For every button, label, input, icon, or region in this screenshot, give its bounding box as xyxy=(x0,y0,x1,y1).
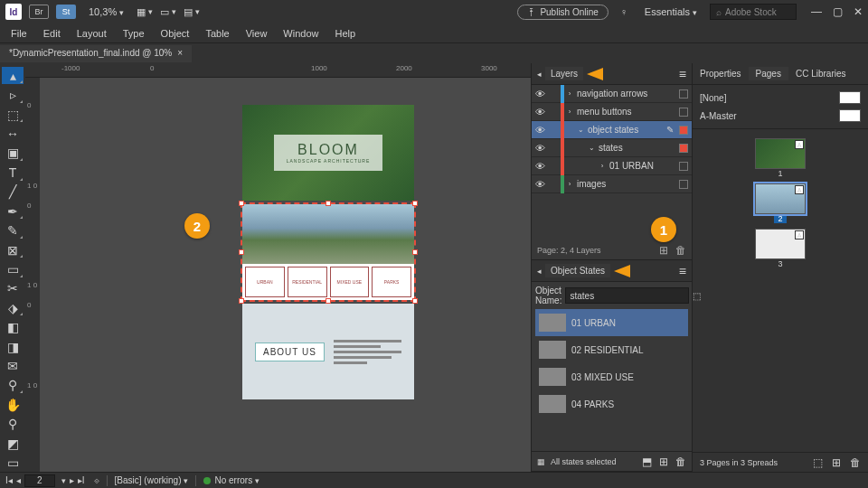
collapse-icon[interactable]: ◂ xyxy=(537,70,542,79)
stock-search-input[interactable]: ⌕ Adobe Stock xyxy=(710,4,797,20)
menu-window[interactable]: Window xyxy=(276,26,326,41)
last-page-button[interactable]: ▸I xyxy=(78,475,85,485)
preflight-status[interactable]: No errors xyxy=(214,475,259,485)
preview-spread-icon[interactable]: ▦ xyxy=(537,457,545,466)
fill-stroke-toggle[interactable]: ◩ xyxy=(2,435,24,452)
delete-state-icon[interactable]: 🗑 xyxy=(675,455,686,468)
scissors-tool[interactable]: ✂ xyxy=(2,280,24,297)
pages-tab[interactable]: Pages xyxy=(749,67,788,80)
menu-view[interactable]: View xyxy=(239,26,275,41)
note-tool[interactable]: ✉ xyxy=(2,357,24,374)
new-page-icon[interactable]: ⊞ xyxy=(832,456,841,469)
cc-libraries-tab[interactable]: CC Libraries xyxy=(788,67,854,80)
content-collector-tool[interactable]: ▣ xyxy=(2,145,24,162)
menu-object[interactable]: Object xyxy=(154,26,197,41)
card-urban[interactable]: URBAN xyxy=(245,267,285,297)
panel-menu-icon[interactable]: ≡ xyxy=(679,264,686,278)
gap-tool[interactable]: ↔ xyxy=(2,125,24,142)
visibility-toggle-icon[interactable]: 👁 xyxy=(532,179,548,190)
hand-tool[interactable]: ✋ xyxy=(2,396,24,413)
visibility-toggle-icon[interactable]: 👁 xyxy=(532,161,548,172)
close-tab-icon[interactable]: × xyxy=(177,48,183,58)
direct-selection-tool[interactable]: ▹ xyxy=(2,86,24,103)
eyedropper-tool[interactable]: ⚲ xyxy=(2,377,24,394)
master-none[interactable]: [None] xyxy=(700,89,861,107)
page-2-selected[interactable]: URBAN RESIDENTIAL MIXED USE PARKS xyxy=(242,204,414,300)
selection-square-icon[interactable] xyxy=(679,144,688,153)
menu-file[interactable]: File xyxy=(4,26,34,41)
page-thumbnail[interactable]: A xyxy=(755,183,806,214)
prev-page-button[interactable]: ◂ xyxy=(16,475,21,485)
help-hint-icon[interactable]: ♀ xyxy=(616,4,632,20)
next-page-button[interactable]: ▸ xyxy=(70,475,74,485)
line-tool[interactable]: ╱ xyxy=(2,183,24,201)
object-state-row[interactable]: 04 PARKS xyxy=(535,390,688,418)
gradient-feather-tool[interactable]: ◨ xyxy=(2,338,24,355)
first-page-button[interactable]: I◂ xyxy=(5,475,13,485)
screen-mode-icon[interactable]: ▭ xyxy=(160,4,176,20)
pencil-tool[interactable]: ✎ xyxy=(2,221,24,239)
object-state-row[interactable]: 02 RESIDENTIAL xyxy=(535,336,688,363)
page-thumbnail[interactable]: A xyxy=(755,229,806,259)
publish-online-button[interactable]: ⭱ Publish Online xyxy=(517,5,608,20)
delete-layer-icon[interactable]: 🗑 xyxy=(675,244,686,257)
card-parks[interactable]: PARKS xyxy=(372,267,411,297)
page-number-input[interactable] xyxy=(24,474,55,487)
page-3[interactable]: ABOUT US xyxy=(242,304,414,399)
arrange-icon[interactable]: ▤ xyxy=(184,4,200,20)
close-button[interactable]: ✕ xyxy=(854,5,863,18)
view-options-icon[interactable]: ▦ xyxy=(137,4,153,20)
workspace-selector[interactable]: Essentials xyxy=(639,6,703,17)
properties-tab[interactable]: Properties xyxy=(693,67,749,80)
layout-preset[interactable]: [Basic] (working) xyxy=(115,475,189,485)
rectangle-frame-tool[interactable]: ⊠ xyxy=(2,241,24,258)
document-tab[interactable]: *DynamicPresentation_final.indd @ 10% × xyxy=(0,45,192,62)
type-tool[interactable]: T xyxy=(2,164,24,181)
pasteboard[interactable]: BLOOMLANDSCAPE ARCHITECTURE URBAN RESIDE… xyxy=(40,78,531,472)
selection-square-icon[interactable] xyxy=(679,89,688,99)
card-mixed[interactable]: MIXED USE xyxy=(330,267,370,297)
menu-type[interactable]: Type xyxy=(116,26,152,41)
layer-row[interactable]: 👁›navigation arrows xyxy=(532,85,692,103)
minimize-button[interactable]: — xyxy=(811,5,822,18)
rectangle-tool[interactable]: ▭ xyxy=(2,260,24,277)
canvas[interactable]: -1000 0 1000 2000 3000 0 1 0 0 1 0 0 1 0… xyxy=(25,63,531,472)
screen-mode-toggle[interactable]: ▭ xyxy=(2,454,24,471)
pen-tool[interactable]: ✒ xyxy=(2,202,24,220)
new-state-icon[interactable]: ⊞ xyxy=(659,455,668,468)
panel-menu-icon[interactable]: ≡ xyxy=(679,67,686,81)
new-layer-icon[interactable]: ⊞ xyxy=(659,244,668,257)
visibility-toggle-icon[interactable]: 👁 xyxy=(532,143,548,154)
menu-help[interactable]: Help xyxy=(327,26,363,41)
layers-tab[interactable]: Layers xyxy=(545,67,583,80)
object-state-row[interactable]: 01 URBAN xyxy=(535,309,688,336)
page-thumbnail[interactable]: A xyxy=(755,138,806,169)
selection-square-icon[interactable] xyxy=(679,108,688,117)
selection-square-icon[interactable] xyxy=(679,126,688,135)
visibility-toggle-icon[interactable]: 👁 xyxy=(532,125,548,136)
maximize-button[interactable]: ▢ xyxy=(833,5,843,18)
layer-row[interactable]: 👁›01 URBAN xyxy=(532,157,692,175)
visibility-toggle-icon[interactable]: 👁 xyxy=(532,89,548,99)
zoom-tool[interactable]: ⚲ xyxy=(2,416,24,433)
page-1[interactable]: BLOOMLANDSCAPE ARCHITECTURE xyxy=(242,105,414,201)
page-dropdown[interactable] xyxy=(59,475,66,485)
selection-tool[interactable]: ▴ xyxy=(2,67,24,84)
object-states-tab[interactable]: Object States xyxy=(545,264,610,277)
object-name-input[interactable] xyxy=(565,287,689,304)
bridge-icon[interactable]: Br xyxy=(29,5,49,19)
menu-edit[interactable]: Edit xyxy=(36,26,68,41)
free-transform-tool[interactable]: ⬗ xyxy=(2,299,24,316)
open-nav-icon[interactable]: ⟐ xyxy=(94,475,99,485)
menu-table[interactable]: Table xyxy=(198,26,236,41)
visibility-toggle-icon[interactable]: 👁 xyxy=(532,107,548,117)
card-residential[interactable]: RESIDENTIAL xyxy=(288,267,327,297)
master-a[interactable]: A-Master xyxy=(700,107,861,125)
layer-row[interactable]: 👁⌄object states✎ xyxy=(532,121,692,139)
page-tool[interactable]: ⬚ xyxy=(2,106,24,123)
collapse-icon[interactable]: ◂ xyxy=(537,267,542,276)
menu-layout[interactable]: Layout xyxy=(70,26,114,41)
gradient-swatch-tool[interactable]: ◧ xyxy=(2,318,24,335)
delete-page-icon[interactable]: 🗑 xyxy=(850,456,861,469)
object-state-row[interactable]: 03 MIXED USE xyxy=(535,363,688,390)
